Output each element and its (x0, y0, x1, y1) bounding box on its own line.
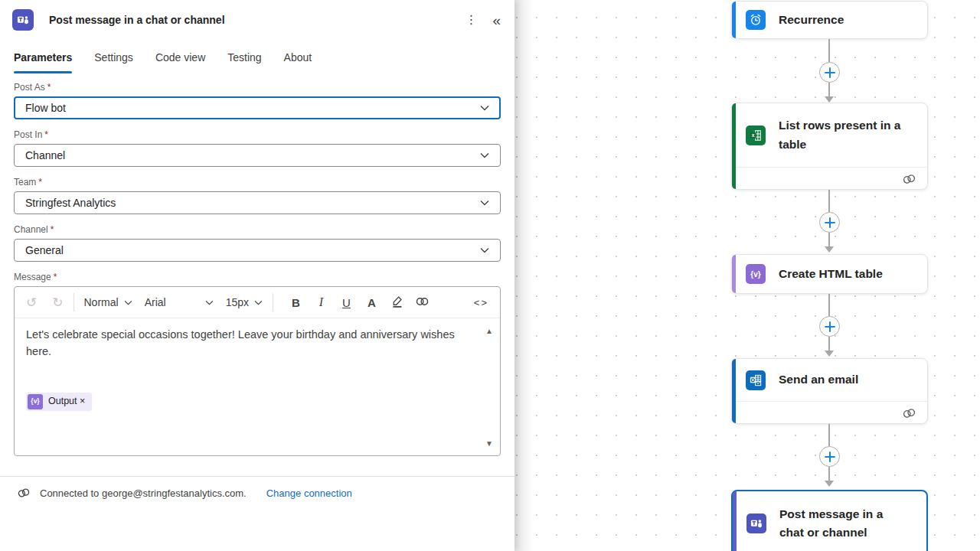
panel-title: Post message in a chat or channel (49, 14, 225, 26)
bold-button[interactable]: B (283, 296, 309, 309)
panel-header: Post message in a chat or channel ⋮ « (0, 2, 514, 37)
connector-line (828, 337, 830, 350)
team-dropdown[interactable]: Stringfest Analytics (14, 191, 501, 214)
node-footer (732, 401, 927, 424)
node-title: Send an email (779, 370, 858, 389)
collapse-panel-icon[interactable]: « (492, 13, 501, 28)
flow-node-send-email[interactable]: Send an email (731, 358, 928, 424)
field-label: Channel (14, 224, 48, 235)
connector-arrow (825, 246, 834, 253)
required-asterisk: * (38, 177, 42, 187)
more-options-icon[interactable]: ⋮ (465, 14, 477, 26)
chevron-down-icon (205, 300, 214, 305)
output-token-chip[interactable]: {v} Output × (26, 393, 92, 411)
font-family-dropdown[interactable]: Arial (145, 296, 214, 308)
panel-tabs: Parameters Settings Code view Testing Ab… (0, 48, 514, 73)
node-accent-bar (732, 255, 736, 293)
outlook-icon (746, 370, 766, 390)
style-value: Normal (84, 296, 119, 308)
flow-node-recurrence[interactable]: Recurrence (731, 1, 928, 39)
node-title: Post message in a chat or channel (779, 505, 898, 542)
node-title: Create HTML table (779, 265, 883, 283)
italic-button[interactable]: I (309, 295, 334, 309)
underline-button[interactable]: U (334, 296, 359, 309)
field-label: Team (14, 177, 36, 187)
connector-line (828, 39, 830, 62)
chevron-down-icon (480, 200, 489, 206)
connector-line (828, 424, 830, 446)
field-label: Post As (14, 82, 45, 93)
flow-node-post-message[interactable]: Post message in a chat or channel (731, 490, 928, 551)
required-asterisk: * (44, 129, 48, 140)
insert-step-button[interactable] (819, 316, 840, 337)
connection-icon (17, 487, 31, 498)
post-as-dropdown[interactable]: Flow bot (14, 96, 501, 119)
connection-footer: Connected to george@stringfestanalytics.… (0, 476, 514, 509)
channel-dropdown[interactable]: General (14, 239, 501, 262)
code-view-button[interactable]: <> (474, 297, 488, 308)
scroll-up-icon[interactable]: ▲ (485, 325, 493, 337)
undo-icon[interactable]: ↺ (26, 296, 37, 309)
connection-status-text: Connected to george@stringfestanalytics.… (40, 487, 247, 499)
tab-parameters[interactable]: Parameters (14, 48, 72, 73)
font-value: Arial (145, 296, 166, 308)
font-color-button[interactable]: A (359, 296, 384, 309)
tab-settings[interactable]: Settings (94, 48, 133, 73)
dropdown-value: Channel (25, 149, 65, 161)
flow-node-create-html-table[interactable]: {v} Create HTML table (731, 254, 928, 294)
tab-code-view[interactable]: Code view (155, 48, 205, 73)
node-accent-bar (732, 359, 736, 423)
connector-line (828, 190, 830, 212)
connector-arrow (825, 96, 834, 103)
message-text: Let's celebrate special occasions togeth… (26, 327, 466, 360)
message-rich-text-editor: ↺ ↻ Normal Arial 15px B I U A (14, 286, 501, 456)
connector-arrow (825, 350, 834, 357)
chip-label: Output × (48, 394, 85, 409)
chevron-down-icon (480, 247, 489, 253)
post-in-dropdown[interactable]: Channel (14, 144, 501, 167)
required-asterisk: * (47, 82, 51, 93)
field-team: Team* Stringfest Analytics (14, 177, 501, 214)
connector-line (828, 83, 830, 96)
node-title: List rows present in a table (779, 116, 909, 153)
connector-line (828, 233, 830, 246)
chevron-down-icon (254, 300, 263, 305)
node-accent-bar (732, 2, 736, 38)
paragraph-style-dropdown[interactable]: Normal (84, 296, 132, 308)
svg-text:x: x (752, 132, 755, 138)
size-value: 15px (226, 296, 249, 308)
highlight-color-button[interactable] (384, 295, 410, 311)
field-channel: Channel* General (14, 224, 501, 262)
font-size-dropdown[interactable]: 15px (226, 296, 263, 308)
scroll-down-icon[interactable]: ▼ (485, 438, 493, 449)
node-accent-bar (733, 491, 737, 551)
field-label: Post In (14, 129, 42, 140)
chevron-down-icon (124, 300, 132, 305)
connector-line (828, 294, 830, 316)
message-body-input[interactable]: Let's celebrate special occasions togeth… (15, 318, 500, 456)
flow-node-list-rows[interactable]: x List rows present in a table (731, 103, 928, 190)
recurrence-icon (746, 10, 766, 30)
toolbar-divider (273, 293, 273, 311)
node-footer (732, 167, 927, 190)
flow-canvas[interactable]: Recurrence x List rows present in a tabl… (514, 0, 980, 551)
insert-step-button[interactable] (819, 62, 840, 83)
action-config-panel: Post message in a chat or channel ⋮ « Pa… (0, 0, 514, 551)
chevron-down-icon (480, 105, 489, 111)
tab-about[interactable]: About (284, 48, 312, 73)
connection-icon (900, 406, 917, 420)
dropdown-value: Flow bot (25, 102, 66, 114)
teams-icon (12, 9, 34, 31)
insert-step-button[interactable] (819, 446, 840, 467)
connector-arrow (825, 481, 834, 487)
link-button[interactable] (410, 296, 435, 309)
data-operation-icon: {v} (746, 264, 766, 284)
editor-toolbar: ↺ ↻ Normal Arial 15px B I U A (15, 287, 500, 318)
change-connection-link[interactable]: Change connection (266, 487, 352, 499)
field-post-in: Post In* Channel (14, 129, 501, 167)
node-accent-bar (732, 103, 736, 189)
redo-icon[interactable]: ↻ (52, 296, 63, 309)
tab-testing[interactable]: Testing (227, 48, 261, 73)
field-label: Message (14, 272, 51, 282)
insert-step-button[interactable] (819, 212, 840, 233)
